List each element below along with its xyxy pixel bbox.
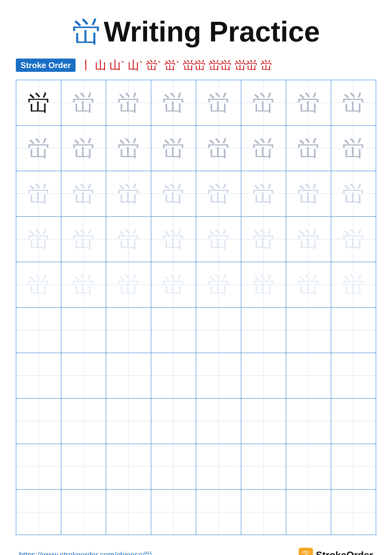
grid-cell[interactable]: 峃	[151, 126, 196, 171]
grid-cell[interactable]	[151, 399, 196, 444]
grid-cell[interactable]	[241, 399, 286, 444]
grid-cell[interactable]	[61, 353, 107, 398]
grid-cell[interactable]	[16, 490, 61, 535]
cell-character: 峃	[72, 274, 95, 296]
grid-cell[interactable]	[331, 399, 376, 444]
grid-cell[interactable]	[61, 490, 107, 535]
cell-character: 峃	[207, 274, 230, 296]
grid-cell[interactable]: 峃	[286, 171, 331, 216]
cell-character: 峃	[297, 274, 320, 296]
grid-cell[interactable]	[196, 353, 241, 398]
grid-cell[interactable]: 峃	[151, 217, 196, 262]
grid-cell[interactable]	[106, 308, 151, 353]
grid-cell[interactable]: 峃	[331, 262, 376, 307]
grid-cell[interactable]	[61, 444, 107, 489]
grid-cell[interactable]: 峃	[331, 80, 376, 125]
stroke-chars: 丨 山 山` 山` 峃` 峃` 峃峃 峃峃 峃峃 峃	[80, 59, 272, 71]
stroke-7: 峃峃	[183, 59, 206, 71]
cell-character: 峃	[28, 274, 50, 296]
grid-cell[interactable]: 峃	[106, 126, 151, 171]
grid-cell[interactable]: 峃	[331, 171, 376, 216]
grid-cell[interactable]	[196, 308, 241, 353]
grid-cell[interactable]	[151, 444, 196, 489]
grid-cell[interactable]: 峃	[61, 171, 107, 216]
cell-character: 峃	[72, 137, 95, 159]
grid-cell[interactable]: 峃	[241, 126, 286, 171]
grid-cell[interactable]	[241, 308, 286, 353]
grid-cell[interactable]	[196, 399, 241, 444]
grid-cell[interactable]: 峃	[151, 171, 196, 216]
cell-character: 峃	[297, 228, 320, 250]
grid-row-3: 峃 峃 峃 峃 峃 峃 峃 峃	[16, 171, 376, 217]
grid-cell[interactable]: 峃	[106, 262, 151, 307]
cell-character: 峃	[207, 92, 230, 114]
grid-cell[interactable]: 峃	[196, 80, 241, 125]
grid-cell[interactable]: 峃	[241, 262, 286, 307]
grid-cell[interactable]: 峃	[331, 126, 376, 171]
stroke-8: 峃峃	[209, 59, 231, 71]
title-row: 峃 Writing Practice	[72, 17, 320, 46]
grid-cell[interactable]: 峃	[61, 262, 107, 307]
grid-cell[interactable]	[241, 444, 286, 489]
grid-cell[interactable]	[151, 490, 196, 535]
grid-cell[interactable]	[196, 490, 241, 535]
grid-cell[interactable]: 峃	[61, 80, 107, 125]
grid-cell[interactable]: 峃	[151, 262, 196, 307]
grid-cell[interactable]	[331, 353, 376, 398]
grid-cell[interactable]: 峃	[196, 262, 241, 307]
grid-cell[interactable]	[331, 308, 376, 353]
grid-cell[interactable]	[286, 308, 331, 353]
grid-cell[interactable]: 峃	[16, 171, 61, 216]
grid-cell[interactable]	[61, 308, 107, 353]
stroke-10: 峃	[261, 59, 272, 71]
grid-cell[interactable]: 峃	[196, 217, 241, 262]
grid-cell[interactable]: 峃	[16, 262, 61, 307]
grid-cell[interactable]: 峃	[241, 171, 286, 216]
grid-cell[interactable]	[106, 444, 151, 489]
grid-cell[interactable]	[106, 353, 151, 398]
grid-cell[interactable]: 峃	[286, 262, 331, 307]
grid-cell[interactable]	[106, 399, 151, 444]
grid-cell[interactable]: 峃	[286, 80, 331, 125]
cell-character: 峃	[117, 183, 140, 205]
grid-cell[interactable]	[331, 444, 376, 489]
cell-character: 峃	[117, 274, 140, 296]
grid-cell[interactable]: 峃	[196, 126, 241, 171]
grid-cell[interactable]	[286, 444, 331, 489]
grid-cell[interactable]: 峃	[16, 126, 61, 171]
grid-cell[interactable]: 峃	[106, 80, 151, 125]
grid-cell[interactable]	[16, 444, 61, 489]
grid-cell[interactable]: 峃	[241, 217, 286, 262]
grid-cell[interactable]	[241, 353, 286, 398]
grid-cell[interactable]: 峃	[16, 80, 61, 125]
grid-cell[interactable]	[286, 490, 331, 535]
grid-cell[interactable]: 峃	[106, 217, 151, 262]
grid-cell[interactable]	[16, 353, 61, 398]
footer-url[interactable]: https://www.strokeorder.com/chinese/峃	[19, 550, 152, 555]
footer-brand: 字 StrokeOrder	[299, 548, 373, 555]
grid-cell[interactable]: 峃	[331, 217, 376, 262]
grid-cell[interactable]: 峃	[241, 80, 286, 125]
grid-cell[interactable]: 峃	[196, 171, 241, 216]
grid-cell[interactable]: 峃	[151, 80, 196, 125]
grid-cell[interactable]	[286, 353, 331, 398]
grid-cell[interactable]	[61, 399, 107, 444]
grid-cell[interactable]: 峃	[16, 217, 61, 262]
grid-cell[interactable]	[286, 399, 331, 444]
grid-cell[interactable]	[196, 444, 241, 489]
grid-cell[interactable]: 峃	[61, 126, 107, 171]
grid-cell[interactable]	[151, 308, 196, 353]
grid-cell[interactable]: 峃	[106, 171, 151, 216]
grid-cell[interactable]	[106, 490, 151, 535]
grid-cell[interactable]: 峃	[286, 126, 331, 171]
grid-cell[interactable]: 峃	[286, 217, 331, 262]
grid-cell[interactable]	[16, 308, 61, 353]
grid-row-4: 峃 峃 峃 峃 峃 峃 峃 峃	[16, 217, 376, 262]
grid-cell[interactable]	[241, 490, 286, 535]
stroke-1: 丨	[80, 59, 92, 71]
grid-cell[interactable]	[151, 353, 196, 398]
grid-cell[interactable]: 峃	[61, 217, 107, 262]
grid-cell[interactable]	[16, 399, 61, 444]
cell-character: 峃	[117, 92, 140, 114]
grid-cell[interactable]	[331, 490, 376, 535]
